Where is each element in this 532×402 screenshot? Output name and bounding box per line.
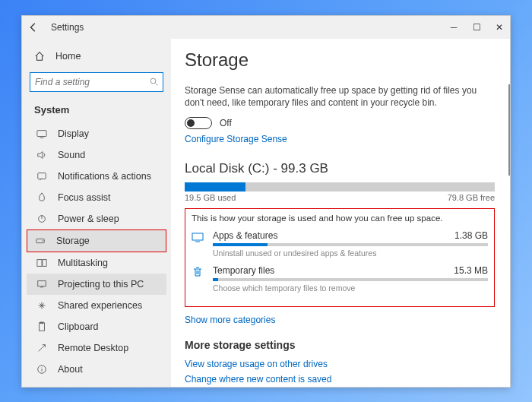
sound-icon [36,150,49,160]
home-label: Home [55,51,81,62]
nav-label: Shared experiences [58,300,142,311]
sidebar-item-display[interactable]: Display [27,123,166,144]
display-icon [36,128,49,139]
svg-point-5 [43,240,43,241]
search-icon [150,78,159,87]
apps-icon [192,230,205,243]
svg-rect-1 [37,130,46,136]
category-size: 1.38 GB [454,230,488,241]
nav-label: Notifications & actions [58,171,151,182]
home-nav[interactable]: Home [27,46,166,66]
sidebar-item-focus-assist[interactable]: Focus assist [27,187,166,208]
nav-label: Projecting to this PC [58,279,144,290]
sidebar-item-shared-experiences[interactable]: Shared experiences [27,295,166,316]
more-link-other-drives[interactable]: View storage usage on other drives [185,359,495,369]
category-name: Apps & features [213,230,277,241]
category-apps-features[interactable]: Apps & features 1.38 GB Uninstall unused… [192,230,488,258]
minimize-button[interactable]: ─ [449,22,458,33]
settings-window: Settings ─ ☐ ✕ Home System [21,15,511,388]
about-icon [36,364,49,375]
page-title: Storage [185,49,495,71]
scrollbar[interactable] [508,84,510,176]
storage-sense-toggle[interactable] [185,117,212,129]
svg-point-0 [150,78,156,84]
nav-label: Multitasking [58,258,108,268]
sidebar-item-projecting[interactable]: Projecting to this PC [27,274,166,295]
category-temporary-files[interactable]: Temporary files 15.3 MB Choose which tem… [192,265,488,293]
nav-label: Storage [56,236,90,246]
disk-usage-bar [185,182,495,192]
disk-heading: Local Disk (C:) - 99.3 GB [185,161,495,176]
svg-rect-6 [37,259,42,266]
nav-label: Focus assist [58,192,110,203]
titlebar: Settings ─ ☐ ✕ [22,16,510,39]
multitasking-icon [36,258,49,268]
projecting-icon [36,279,49,290]
svg-rect-2 [38,173,46,179]
nav-label: Clipboard [58,321,99,332]
search-input[interactable] [35,77,150,87]
category-sub: Uninstall unused or undesired apps & fea… [213,248,488,258]
svg-rect-8 [38,280,46,286]
sidebar-item-power-sleep[interactable]: Power & sleep [27,208,166,229]
disk-free-label: 79.8 GB free [448,193,495,202]
sidebar-item-sound[interactable]: Sound [27,144,166,166]
storage-icon [35,236,47,246]
show-more-categories-link[interactable]: Show more categories [185,315,495,325]
sidebar-item-multitasking[interactable]: Multitasking [27,252,166,274]
svg-rect-9 [40,322,45,331]
category-size: 15.3 MB [454,265,488,276]
svg-rect-7 [43,259,46,266]
nav-label: Display [58,128,89,139]
disk-used-label: 19.5 GB used [185,193,236,202]
power-icon [36,214,49,224]
nav-label: About [58,364,83,375]
shared-icon [36,300,49,311]
nav-label: Remote Desktop [58,343,128,353]
sidebar-item-clipboard[interactable]: Clipboard [27,316,166,337]
focus-icon [36,192,49,203]
callout-intro: This is how your storage is used and how… [192,214,488,223]
category-name: Temporary files [213,265,274,276]
nav-label: Sound [58,150,85,160]
content-pane: Storage Storage Sense can automatically … [171,39,510,387]
section-heading: System [27,98,166,123]
more-settings-heading: More storage settings [185,339,495,351]
storage-breakdown-callout: This is how your storage is used and how… [185,208,495,307]
home-icon [34,51,46,62]
sidebar-item-remote-desktop[interactable]: Remote Desktop [27,337,166,359]
search-box[interactable] [30,72,163,92]
more-link-new-content[interactable]: Change where new content is saved [185,374,495,385]
close-button[interactable]: ✕ [495,22,504,33]
category-sub: Choose which temporary files to remove [213,283,488,293]
notifications-icon [36,171,49,182]
configure-storage-sense-link[interactable]: Configure Storage Sense [185,134,495,144]
sidebar-item-storage[interactable]: Storage [27,229,166,252]
back-button[interactable] [28,22,40,33]
maximize-button[interactable]: ☐ [472,22,481,33]
sidebar: Home System Display Sound Notifications … [22,39,171,387]
sidebar-item-notifications[interactable]: Notifications & actions [27,166,166,187]
svg-rect-12 [192,233,203,240]
remote-icon [36,343,49,353]
nav-label: Power & sleep [58,214,119,224]
window-controls: ─ ☐ ✕ [449,22,504,33]
toggle-state-label: Off [220,118,232,128]
trash-icon [192,265,205,278]
storage-sense-description: Storage Sense can automatically free up … [185,84,495,110]
window-title: Settings [51,22,449,33]
sidebar-item-about[interactable]: About [27,359,166,380]
clipboard-icon [36,321,49,332]
